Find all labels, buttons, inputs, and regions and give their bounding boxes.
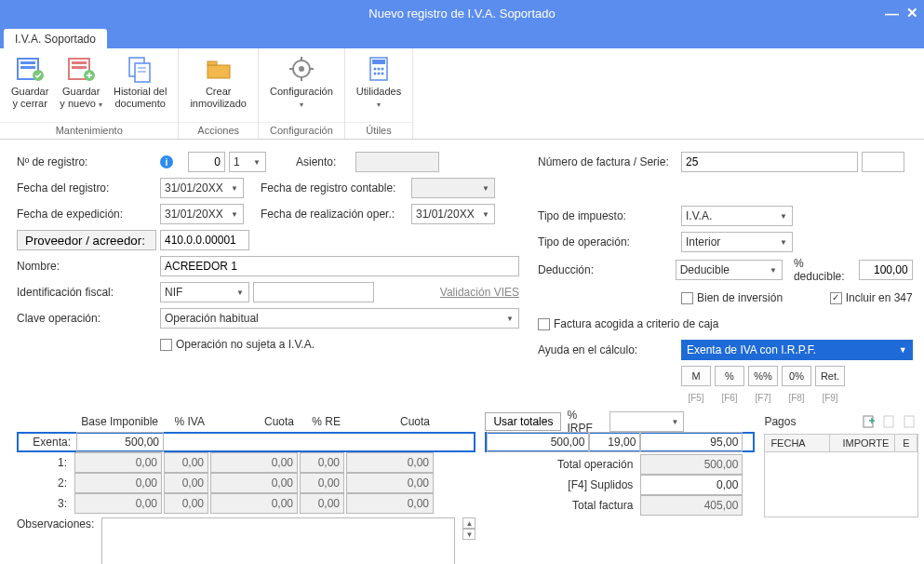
chevron-down-icon[interactable]: ▾ <box>377 101 381 109</box>
svg-rect-21 <box>372 60 385 64</box>
tipo-impuesto-select[interactable]: I.V.A.▼ <box>681 206 793 226</box>
hdr-pct-re: % RE <box>300 415 344 428</box>
observaciones-input[interactable] <box>101 517 455 564</box>
incluir-347-checkbox[interactable]: Incluir en 347 <box>830 291 913 304</box>
guardar-cerrar-button[interactable]: Guardary cerrar <box>6 52 54 112</box>
hdr-pct-iva: % IVA <box>164 415 208 428</box>
svg-point-26 <box>377 73 380 75</box>
configuracion-button[interactable]: Configuración▾ <box>264 52 339 113</box>
piva-1[interactable]: 0,00 <box>164 452 208 473</box>
cuota1-2[interactable]: 0,00 <box>210 473 298 493</box>
quick-ret-button[interactable]: Ret. <box>815 366 845 386</box>
cuota1-1[interactable]: 0,00 <box>210 452 298 473</box>
quick-0pct-button[interactable]: 0% <box>782 366 811 386</box>
folder-icon <box>204 54 234 84</box>
fecha-operacion-input[interactable]: 31/01/20XX▼ <box>411 204 495 224</box>
nombre-input[interactable] <box>160 256 519 276</box>
minimize-icon[interactable]: — <box>885 6 899 21</box>
irpf-pct[interactable]: 19,00 <box>589 432 640 452</box>
save-new-icon <box>66 54 96 84</box>
operacion-no-sujeta-checkbox[interactable]: Operación no sujeta a I.V.A. <box>160 338 315 351</box>
tab-iva-soportado[interactable]: I.V.A. Soportado <box>4 29 107 48</box>
obs-up[interactable]: ▲ <box>462 517 475 529</box>
proveedor-input[interactable] <box>160 230 249 250</box>
piva-3[interactable]: 0,00 <box>164 493 208 514</box>
svg-rect-12 <box>208 65 230 78</box>
row-label: 2: <box>17 477 73 490</box>
suplidos-val[interactable]: 0,00 <box>640 475 743 495</box>
pagos-label: Pagos <box>764 415 796 428</box>
close-icon[interactable]: ✕ <box>906 5 918 21</box>
guardar-nuevo-button[interactable]: Guardary nuevo ▾ <box>54 52 108 113</box>
cuota2-2[interactable]: 0,00 <box>346 473 434 493</box>
row-label: 1: <box>17 456 73 469</box>
ayuda-calculo-label: Ayuda en el cálculo: <box>538 343 677 356</box>
irpf-select[interactable]: ▼ <box>609 411 684 432</box>
obs-down[interactable]: ▼ <box>462 529 475 540</box>
num-registro-a-input[interactable] <box>188 152 225 172</box>
chevron-down-icon[interactable]: ▾ <box>99 101 102 109</box>
quick-pct-button[interactable]: % <box>715 366 744 386</box>
pagos-table[interactable]: FECHA IMPORTE E <box>764 434 918 517</box>
validacion-vies-link[interactable]: Validación VIES <box>440 286 519 299</box>
utilidades-button[interactable]: Utilidades▾ <box>351 52 407 113</box>
svg-point-27 <box>381 73 383 75</box>
crear-inmovilizado-button[interactable]: Crearinmovilizado <box>184 52 252 112</box>
asiento-input <box>355 152 439 172</box>
quick-pctpct-button[interactable]: %% <box>748 366 778 386</box>
tipo-operacion-label: Tipo de operación: <box>538 235 677 248</box>
hdr-cuota1: Cuota <box>210 415 298 428</box>
svg-point-22 <box>373 68 376 71</box>
id-fiscal-input[interactable] <box>253 282 374 302</box>
pago-del-icon[interactable] <box>902 413 918 430</box>
cuota2-1[interactable]: 0,00 <box>346 452 434 473</box>
pct-deducible-input[interactable] <box>859 260 913 280</box>
fecha-contable-input[interactable]: ▼ <box>411 178 495 198</box>
pct-deducible-label: % deducible: <box>794 257 855 283</box>
tipo-impuesto-label: Tipo de impuesto: <box>538 209 677 222</box>
cuota2-3[interactable]: 0,00 <box>346 493 434 514</box>
svg-rect-2 <box>20 66 35 69</box>
history-icon <box>126 54 155 84</box>
num-registro-b-select[interactable]: 1▼ <box>229 152 266 172</box>
base-2[interactable]: 0,00 <box>74 473 162 493</box>
total-operacion-val: 500,00 <box>640 454 743 475</box>
chevron-down-icon[interactable]: ▾ <box>300 101 303 109</box>
fecha-expedicion-input[interactable]: 31/01/20XX▼ <box>160 204 244 224</box>
deduccion-select[interactable]: Deducible▼ <box>676 260 783 280</box>
quick-m-button[interactable]: M <box>681 366 711 386</box>
num-factura-input[interactable] <box>681 152 858 172</box>
fecha-registro-input[interactable]: 31/01/20XX▼ <box>160 178 244 198</box>
serie-input[interactable] <box>862 152 904 172</box>
exenta-label: Exenta: <box>20 436 76 449</box>
ayuda-calculo-select[interactable]: Exenta de IVA con I.R.P.F.▼ <box>681 340 913 360</box>
tipo-operacion-select[interactable]: Interior▼ <box>681 232 793 252</box>
svg-point-15 <box>299 66 304 72</box>
irpf-cuota[interactable]: 95,00 <box>640 432 743 452</box>
irpf-base[interactable]: 500,00 <box>487 432 589 452</box>
base-1[interactable]: 0,00 <box>74 452 162 473</box>
piva-2[interactable]: 0,00 <box>164 473 208 493</box>
historial-documento-button[interactable]: Historial deldocumento <box>108 52 172 112</box>
pre-1[interactable]: 0,00 <box>300 452 344 473</box>
pre-2[interactable]: 0,00 <box>300 473 344 493</box>
pre-3[interactable]: 0,00 <box>300 493 344 514</box>
pago-edit-icon[interactable] <box>881 413 898 430</box>
svg-point-25 <box>373 73 376 75</box>
exenta-input[interactable]: 500,00 <box>76 432 164 452</box>
row-label: 3: <box>17 497 73 510</box>
clave-operacion-select[interactable]: Operación habitual▼ <box>160 308 519 329</box>
base-3[interactable]: 0,00 <box>74 493 162 514</box>
cuota1-3[interactable]: 0,00 <box>210 493 298 514</box>
ribbon-group-acciones: Acciones <box>179 122 258 139</box>
id-fiscal-tipo-select[interactable]: NIF▼ <box>160 282 249 302</box>
deduccion-label: Deducción: <box>538 263 672 276</box>
bien-inversion-checkbox[interactable]: Bien de inversión <box>681 291 783 304</box>
pago-col-fecha: FECHA <box>765 435 830 451</box>
fkey-f8: [F8] <box>782 393 811 403</box>
usar-totales-button[interactable]: Usar totales <box>485 412 561 431</box>
proveedor-button[interactable]: Proveedor / acreedor: <box>17 230 156 250</box>
pago-add-icon[interactable] <box>861 413 877 430</box>
info-icon[interactable]: i <box>160 155 173 168</box>
factura-caja-checkbox[interactable]: Factura acogida a criterio de caja <box>538 317 718 330</box>
